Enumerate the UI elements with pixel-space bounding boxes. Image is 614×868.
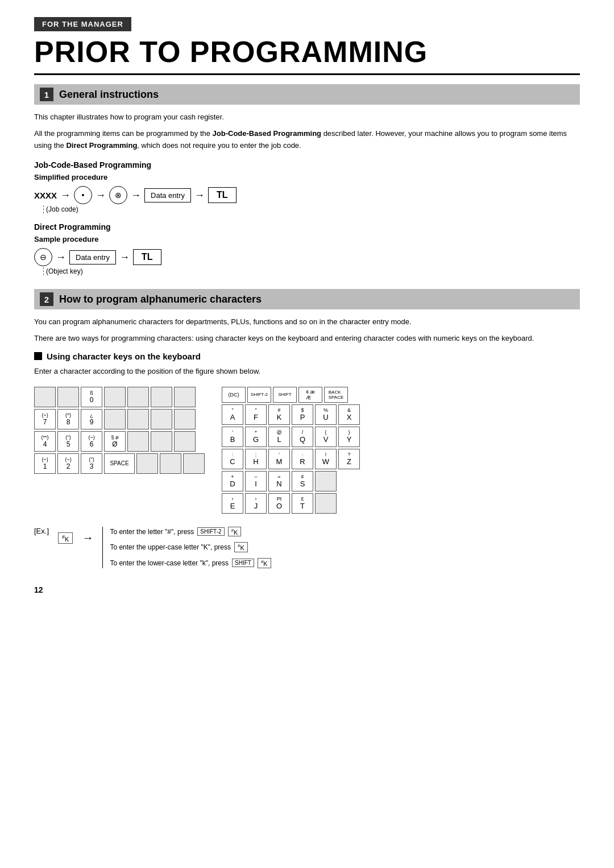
object-key-note: (Object key)	[43, 267, 580, 275]
kbd-empty-r4	[315, 471, 337, 491]
arrow6: →	[119, 251, 130, 263]
black-square-icon	[34, 352, 42, 360]
kbd-empty-1b	[57, 387, 79, 407]
dot-symbol: •	[74, 186, 92, 204]
kbd-Y: )Y	[338, 427, 360, 447]
kbd-empty-2f	[151, 409, 172, 429]
example-arrow: →	[82, 531, 93, 544]
kbd-hashK-inline1: #K	[228, 527, 242, 537]
kbd-M: 'M	[268, 449, 290, 469]
kbd-G: *G	[245, 427, 267, 447]
kbd-I: –I	[245, 471, 267, 491]
example-lines: To enter the letter "#", press SHIFT-2 #…	[102, 527, 271, 568]
kbd-beta-0: ß0	[81, 387, 102, 407]
kbd-C: :C	[222, 449, 243, 469]
kbd-backspace: BACKSPACE	[324, 387, 348, 403]
section1-title: General instructions	[59, 89, 159, 101]
tl-box1: TL	[208, 187, 237, 203]
kbd-row-alpha2: 'B *G @L /Q (V )Y	[222, 427, 360, 447]
xxxx-label: XXXX	[34, 191, 57, 200]
kbd-5: ('')5	[57, 431, 79, 452]
kbd-empty-3f	[151, 431, 172, 452]
kbd-X: &X	[338, 404, 360, 425]
kbd-Q: /Q	[292, 427, 313, 447]
kbd-A: "A	[222, 404, 243, 425]
kbd-shift2-inline: SHIFT-2	[197, 527, 224, 536]
job-code-note: (Job code)	[43, 205, 580, 213]
kbd-empty-2g	[174, 409, 196, 429]
arrow4: →	[194, 189, 205, 201]
kbd-Z: ?Z	[338, 449, 360, 469]
kbd-cent-ae: ¢ æÆ	[298, 387, 322, 403]
arrow2: →	[96, 189, 106, 201]
otimes-symbol: ⊗	[109, 186, 127, 204]
section1-para1: This chapter illustrates how to program …	[34, 111, 580, 123]
kbd-4: (**)4	[34, 431, 56, 452]
simplified-procedure-label: Simplified procedure	[34, 173, 580, 181]
kbd-empty-1f	[151, 387, 172, 407]
simplified-flow: XXXX → • → ⊗ → Data entry → TL (Job code…	[34, 186, 580, 213]
section2-para1: You can program alphanumeric characters …	[34, 316, 580, 328]
kbd-L: @L	[268, 427, 290, 447]
kbd-hashK-inline2: #K	[234, 542, 248, 552]
subsection-job-code: Job-Code-Based Programming	[34, 160, 580, 170]
kbd-F: "F	[245, 404, 267, 425]
kbd-empty-3g	[174, 431, 196, 452]
kbd-row-alpha5: ‹E ›J PtO £T	[222, 493, 360, 514]
kbd-E: ‹E	[222, 493, 243, 514]
kbd-S: ¢S	[292, 471, 313, 491]
kbd-R: ·R	[292, 449, 313, 469]
kbd-hashK-inline3: #K	[258, 558, 271, 568]
section2-title: How to program alphanumeric characters	[59, 294, 262, 305]
kbd-H: ;H	[245, 449, 267, 469]
keyboard-left: ß0 (~)7 (^)8 ¿9 (**)4 ('')5 (~)6 § øØ	[34, 387, 205, 515]
kbd-J: ›J	[245, 493, 267, 514]
kbd-empty-1e	[127, 387, 149, 407]
kbd-top-row: (DC) SHIFT-2 SHIFT ¢ æÆ BACKSPACE	[222, 387, 360, 403]
kbd-7: (~)7	[34, 409, 56, 429]
kbd-U: %U	[315, 404, 337, 425]
kbd-2: (~)2	[57, 453, 79, 474]
kbd-shift: SHIFT	[273, 387, 297, 403]
keyboard-section: ß0 (~)7 (^)8 ¿9 (**)4 ('')5 (~)6 § øØ	[34, 387, 580, 515]
using-keys-section: Using character keys on the keyboard	[34, 352, 580, 361]
kbd-row-alpha1: "A "F #K $P %U &X	[222, 404, 360, 425]
kbd-empty-1g	[174, 387, 196, 407]
enter-char-text: Enter a character according to the posit…	[34, 366, 580, 378]
kbd-empty-r5	[315, 493, 337, 514]
arrow5: →	[56, 251, 66, 263]
kbd-8: (^)8	[57, 409, 79, 429]
data-entry-box2: Data entry	[69, 250, 116, 264]
page-title: PRIOR TO PROGRAMMING	[34, 35, 580, 75]
kbd-D: +D	[222, 471, 243, 491]
example-line-2: To enter the upper-case letter "K", pres…	[110, 542, 271, 552]
section1-para2: All the programming items can be program…	[34, 128, 580, 152]
for-manager-badge: FOR THE MANAGER	[34, 17, 131, 31]
k-key-example: #K	[58, 532, 73, 544]
section2-number: 2	[40, 292, 53, 306]
example-label: [Ex.]	[34, 527, 49, 535]
kbd-empty-1d	[104, 387, 126, 407]
kbd-3: (°)3	[81, 453, 102, 474]
using-keys-title: Using character keys on the keyboard	[47, 352, 201, 361]
ominus-symbol: ⊖	[34, 248, 52, 266]
kbd-V: (V	[315, 427, 337, 447]
kbd-empty-1a	[34, 387, 56, 407]
kbd-9: ¿9	[81, 409, 102, 429]
kbd-N: =N	[268, 471, 290, 491]
kbd-empty-4e	[136, 453, 158, 474]
section2-para2: There are two ways for programming chara…	[34, 333, 580, 345]
kbd-shift2: SHIFT-2	[247, 387, 271, 403]
kbd-row-2: (~)7 (^)8 ¿9	[34, 409, 205, 429]
kbd-T: £T	[292, 493, 313, 514]
kbd-row-3: (**)4 ('')5 (~)6 § øØ	[34, 431, 205, 452]
kbd-W: !W	[315, 449, 337, 469]
kbd-dc: (DC)	[222, 387, 246, 403]
kbd-row-1: ß0	[34, 387, 205, 407]
tl-box2: TL	[133, 249, 161, 265]
example-line-3: To enter the lower-case letter "k", pres…	[110, 558, 271, 568]
example-section: [Ex.] #K → To enter the letter "#", pres…	[34, 527, 580, 568]
kbd-empty-2d	[104, 409, 126, 429]
kbd-empty-4f	[160, 453, 181, 474]
subsection-direct: Direct Programming	[34, 222, 580, 232]
